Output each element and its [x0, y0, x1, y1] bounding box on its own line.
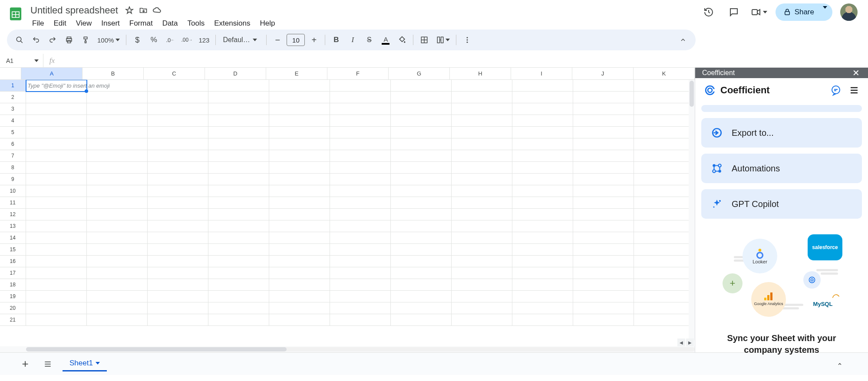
cell[interactable] [330, 150, 391, 162]
cell[interactable] [208, 127, 269, 138]
cell[interactable] [573, 267, 634, 279]
bold-icon[interactable]: B [329, 33, 343, 47]
move-icon[interactable] [138, 5, 149, 16]
grid[interactable]: ABCDEFGHIJK 1Type "@Emoji" to insert an … [0, 68, 695, 346]
print-icon[interactable] [62, 33, 76, 47]
cell[interactable] [87, 115, 148, 127]
column-header[interactable]: K [634, 68, 695, 79]
increase-decimal-button[interactable]: .00→ [179, 33, 194, 47]
cell[interactable] [208, 185, 269, 197]
cell[interactable] [634, 150, 695, 162]
cell[interactable] [330, 127, 391, 138]
cell[interactable] [269, 279, 330, 291]
cell[interactable] [148, 256, 208, 267]
cell[interactable] [269, 232, 330, 244]
cell[interactable] [573, 209, 634, 220]
scroll-right-icon[interactable]: ▶ [686, 338, 694, 346]
cell[interactable] [26, 267, 87, 279]
borders-icon[interactable] [417, 33, 432, 47]
cell[interactable] [148, 302, 208, 314]
cell[interactable] [208, 314, 269, 326]
cell[interactable] [87, 291, 148, 302]
row-header[interactable]: 7 [0, 150, 26, 162]
cell[interactable] [330, 80, 391, 92]
redo-icon[interactable] [45, 33, 60, 47]
cell[interactable] [208, 162, 269, 174]
cell[interactable] [87, 267, 148, 279]
history-icon[interactable] [700, 3, 717, 21]
row-header[interactable]: 16 [0, 256, 26, 267]
cell[interactable] [452, 162, 512, 174]
cell[interactable] [26, 244, 87, 256]
cell[interactable] [87, 314, 148, 326]
cell[interactable] [26, 279, 87, 291]
sidebar-card-automations[interactable]: Automations [701, 154, 862, 183]
cell[interactable] [87, 92, 148, 103]
sidebar-card-partial[interactable] [701, 105, 862, 112]
menu-insert[interactable]: Insert [97, 17, 124, 30]
cell[interactable] [391, 291, 452, 302]
cell[interactable] [208, 291, 269, 302]
cell[interactable] [269, 80, 330, 92]
cell[interactable] [634, 209, 695, 220]
cell[interactable] [26, 302, 87, 314]
cell[interactable] [634, 302, 695, 314]
hamburger-menu-icon[interactable] [849, 85, 859, 95]
cell[interactable] [148, 314, 208, 326]
cell[interactable] [634, 244, 695, 256]
cell[interactable] [208, 279, 269, 291]
cell[interactable] [573, 115, 634, 127]
cell[interactable] [391, 279, 452, 291]
cell[interactable] [208, 302, 269, 314]
cell[interactable] [512, 220, 573, 232]
cell[interactable] [634, 103, 695, 115]
cell[interactable] [573, 256, 634, 267]
cell[interactable] [452, 92, 512, 103]
cell[interactable] [208, 220, 269, 232]
cell[interactable] [512, 291, 573, 302]
collapse-toolbar-icon[interactable] [676, 33, 690, 47]
cell[interactable] [269, 314, 330, 326]
menu-extensions[interactable]: Extensions [210, 17, 254, 30]
cell[interactable] [634, 138, 695, 150]
cell[interactable] [330, 115, 391, 127]
share-dropdown[interactable] [820, 9, 832, 16]
menu-edit[interactable]: Edit [49, 17, 70, 30]
cell[interactable] [269, 244, 330, 256]
cell[interactable] [512, 267, 573, 279]
cell[interactable] [87, 256, 148, 267]
comments-icon[interactable] [725, 3, 743, 21]
cell[interactable] [512, 150, 573, 162]
column-header[interactable]: F [327, 68, 389, 79]
column-header[interactable]: I [511, 68, 572, 79]
cell[interactable] [26, 291, 87, 302]
cell[interactable] [634, 256, 695, 267]
cell[interactable] [452, 174, 512, 185]
cell[interactable] [208, 103, 269, 115]
cell[interactable] [208, 232, 269, 244]
cell[interactable] [391, 256, 452, 267]
cell[interactable] [148, 127, 208, 138]
cell[interactable] [26, 103, 87, 115]
cell[interactable] [269, 302, 330, 314]
cell[interactable] [269, 92, 330, 103]
cell[interactable] [330, 162, 391, 174]
row-header[interactable]: 13 [0, 220, 26, 232]
row-header[interactable]: 17 [0, 267, 26, 279]
column-header[interactable]: H [450, 68, 511, 79]
cell[interactable] [26, 174, 87, 185]
cell[interactable] [573, 314, 634, 326]
vertical-scrollbar[interactable] [689, 80, 695, 340]
scroll-left-icon[interactable]: ◀ [677, 338, 685, 346]
cell[interactable] [452, 314, 512, 326]
cell[interactable] [208, 138, 269, 150]
column-header[interactable]: B [83, 68, 144, 79]
cell[interactable] [26, 197, 87, 209]
cell[interactable] [330, 220, 391, 232]
row-header[interactable]: 3 [0, 103, 26, 115]
cell[interactable] [269, 150, 330, 162]
cell[interactable] [26, 314, 87, 326]
cell[interactable] [452, 138, 512, 150]
cell[interactable] [573, 244, 634, 256]
cell[interactable] [208, 244, 269, 256]
